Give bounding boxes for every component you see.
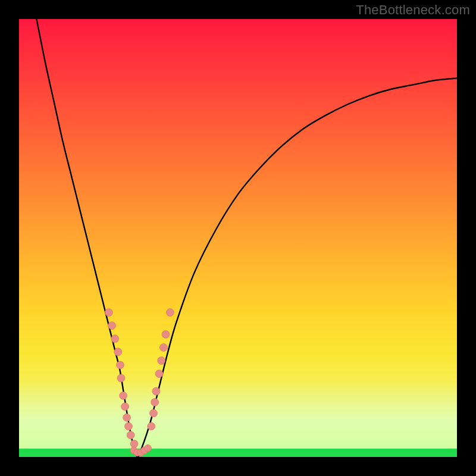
curve-marker xyxy=(121,403,129,411)
curve-marker xyxy=(117,361,124,369)
curve-marker xyxy=(108,322,116,330)
curve-markers xyxy=(105,309,174,456)
curve-marker xyxy=(158,357,165,365)
chart-frame: TheBottleneck.com xyxy=(0,0,476,476)
curve-marker xyxy=(148,422,155,430)
curve-layer xyxy=(19,19,457,457)
watermark-text: TheBottleneck.com xyxy=(356,2,470,18)
curve-marker xyxy=(123,414,131,421)
curve-marker xyxy=(125,422,133,430)
curve-marker xyxy=(117,374,125,382)
curve-marker xyxy=(151,399,159,406)
curve-marker xyxy=(149,409,157,417)
curve-marker xyxy=(120,392,127,399)
bottleneck-curve xyxy=(36,19,457,457)
curve-marker xyxy=(130,440,138,447)
curve-marker xyxy=(127,431,134,439)
curve-marker xyxy=(111,335,119,343)
curve-marker xyxy=(162,330,170,338)
curve-marker xyxy=(114,348,122,356)
curve-marker xyxy=(155,370,163,378)
curve-marker xyxy=(144,444,151,452)
curve-marker xyxy=(166,309,174,317)
curve-marker xyxy=(159,344,167,352)
curve-marker xyxy=(152,387,160,395)
curve-marker xyxy=(105,309,112,317)
plot-area xyxy=(19,19,457,457)
